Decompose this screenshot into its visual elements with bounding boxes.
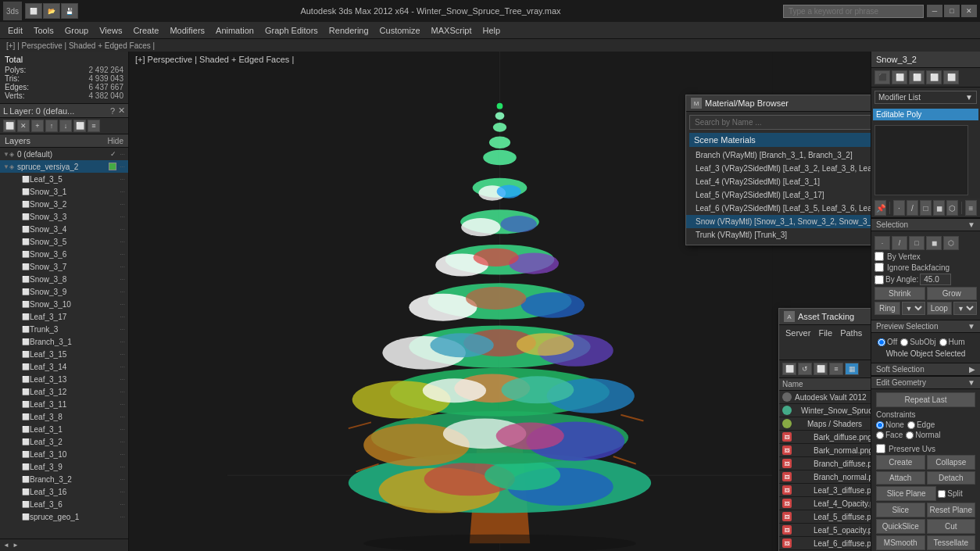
menu-views[interactable]: Views <box>95 24 127 37</box>
preserve-uvs-checkbox[interactable] <box>876 444 885 453</box>
menu-edit[interactable]: Edit <box>3 24 27 37</box>
loop-button[interactable]: Loop <box>927 302 953 315</box>
layer-item-leaf_3_16[interactable]: ▶ ⬜ Leaf_3_16 ··· <box>0 485 128 498</box>
toolbar-open[interactable]: 📂 <box>43 3 60 19</box>
at-menu-paths[interactable]: Paths <box>837 327 865 357</box>
mat-item-snow[interactable]: Snow (VRayMtl) [Snow_3_1, Snow_3_2, Snow… <box>686 215 871 228</box>
close-button[interactable]: ✕ <box>961 5 977 17</box>
at-row-bark-norm[interactable]: 🖼 Bark_normal.png Found <box>779 444 871 457</box>
scroll-left[interactable]: ◄ <box>3 542 9 549</box>
at-menu-file[interactable]: File <box>815 327 835 357</box>
layer-item-leaf_3_17[interactable]: ▶ ⬜ Leaf_3_17 ··· <box>0 310 128 323</box>
layer-item-leaf_3_5[interactable]: ▶ ⬜ Leaf_3_5 ··· <box>0 173 128 185</box>
create-button[interactable]: Create <box>876 455 925 470</box>
layer-item-snow_3_1[interactable]: ▶ ⬜ Snow_3_1 ··· <box>0 185 128 198</box>
editable-poly-item[interactable]: Editable Poly <box>873 109 978 120</box>
rmi-pin[interactable]: 📌 <box>874 200 886 216</box>
menu-maxscript[interactable]: MAXScript <box>427 24 477 37</box>
layer-item-snow_3_2[interactable]: ▶ ⬜ Snow_3_2 ··· <box>0 198 128 210</box>
toolbar-save[interactable]: 💾 <box>61 3 78 19</box>
repeat-last-button[interactable]: Repeat Last <box>876 392 975 407</box>
face-radio[interactable] <box>876 431 884 439</box>
off-radio[interactable] <box>878 338 885 346</box>
ignore-backfacing-checkbox[interactable] <box>874 263 884 272</box>
layer-item-snow_3_4[interactable]: ▶ ⬜ Snow_3_4 ··· <box>0 223 128 235</box>
rti-1[interactable]: ⬛ <box>874 70 890 84</box>
sel-vert-icon[interactable]: · <box>874 236 890 250</box>
at-icon-1[interactable]: ⬜ <box>782 363 796 375</box>
rmi-poly[interactable]: ◼ <box>933 200 945 216</box>
slice-plane-button[interactable]: Slice Plane <box>876 486 936 501</box>
layer-list[interactable]: ▼ ◈ 0 (default) ✓ ··· ▼ ◈ spruce_versiya… <box>0 148 128 538</box>
at-icon-4[interactable]: ≡ <box>829 363 843 375</box>
at-icon-5[interactable]: ▦ <box>845 363 859 375</box>
quickslice-button[interactable]: QuickSlice <box>876 519 925 534</box>
grow-button[interactable]: Grow <box>927 287 978 300</box>
soft-selection-title[interactable]: Soft Selection ▶ <box>871 363 980 376</box>
rmi-edge[interactable]: / <box>907 200 918 216</box>
split-checkbox[interactable] <box>938 490 946 498</box>
by-angle-checkbox[interactable] <box>874 275 884 284</box>
at-icon-3[interactable]: ⬜ <box>814 363 828 375</box>
multi-radio[interactable] <box>939 338 947 346</box>
vp-plus[interactable]: [+] <box>135 55 145 64</box>
loop-select[interactable]: ▼ <box>953 302 977 315</box>
none-radio[interactable] <box>876 421 884 429</box>
layer-item-spruce[interactable]: ▼ ◈ spruce_versiya_2 ··· <box>0 160 128 173</box>
at-row-bark-diff[interactable]: 🖼 Bark_diffuse.png Found <box>779 431 871 444</box>
layer-item-snow_3_9[interactable]: ▶ ⬜ Snow_3_9 ··· <box>0 285 128 298</box>
layer-item-leaf_3_12[interactable]: ▶ ⬜ Leaf_3_12 ··· <box>0 385 128 398</box>
modifier-list-dropdown[interactable]: Modifier List ▼ <box>874 91 977 104</box>
rmi-stack[interactable]: ≡ <box>965 200 977 216</box>
menu-graph-editors[interactable]: Graph Editors <box>260 24 323 37</box>
minimize-button[interactable]: ─ <box>927 5 942 17</box>
layer-item-snow_3_5[interactable]: ▶ ⬜ Snow_3_5 ··· <box>0 235 128 248</box>
layer-item-trunk_3[interactable]: ▶ ⬜ Trunk_3 ··· <box>0 323 128 335</box>
layer-question[interactable]: ? <box>110 106 115 116</box>
at-row-leaf5-op[interactable]: 🖼 Leaf_5_opacity.png Found <box>779 524 871 537</box>
layer-item-leaf_3_14[interactable]: ▶ ⬜ Leaf_3_14 ··· <box>0 360 128 373</box>
right-panel-scroll[interactable]: Selection ▼ · / □ ◼ ⬡ By Vertex Ignore B… <box>871 218 980 551</box>
menu-tools[interactable]: Tools <box>29 24 59 37</box>
menu-rendering[interactable]: Rendering <box>324 24 374 37</box>
layer-item-leaf_3_15[interactable]: ▶ ⬜ Leaf_3_15 ··· <box>0 348 128 360</box>
rmi-vert[interactable]: · <box>893 200 905 216</box>
layer-item-snow_3_8[interactable]: ▶ ⬜ Snow_3_8 ··· <box>0 273 128 285</box>
menu-modifiers[interactable]: Modifiers <box>165 24 209 37</box>
layer-item-leaf_3_11[interactable]: ▶ ⬜ Leaf_3_11 ··· <box>0 398 128 410</box>
layer-item-snow_3_6[interactable]: ▶ ⬜ Snow_3_6 ··· <box>0 248 128 260</box>
preview-selection-title[interactable]: Preview Selection ▼ <box>871 320 980 333</box>
at-row-vault[interactable]: Autodesk Vault 2012 Logged Ci <box>779 391 871 404</box>
layer-tool-6[interactable]: ⬜ <box>73 120 86 132</box>
asset-rows[interactable]: Autodesk Vault 2012 Logged Ci Winter_Sno… <box>779 391 871 551</box>
layer-item-leaf_3_9[interactable]: ▶ ⬜ Leaf_3_9 ··· <box>0 460 128 473</box>
rti-4[interactable]: ⬜ <box>926 70 942 84</box>
at-row-leaf4-op[interactable]: 🖼 Leaf_4_Opacity.png Found <box>779 497 871 510</box>
at-row-leaf3-diff[interactable]: 🖼 Leaf_3_diffuse.png Found <box>779 484 871 497</box>
msmooth-button[interactable]: MSmooth <box>876 535 925 550</box>
at-row-branch-norm[interactable]: 🖼 Branch_normal.png Found <box>779 470 871 484</box>
layer-item-0[interactable]: ▼ ◈ 0 (default) ✓ ··· <box>0 148 128 160</box>
sel-elem-icon[interactable]: ⬡ <box>943 236 959 250</box>
toolbar-new[interactable]: ⬜ <box>25 3 42 19</box>
layer-tool-5[interactable]: ↓ <box>59 120 72 132</box>
slice-button[interactable]: Slice <box>876 503 925 517</box>
rmi-border[interactable]: □ <box>920 200 932 216</box>
shrink-button[interactable]: Shrink <box>874 287 925 300</box>
rti-3[interactable]: ⬜ <box>909 70 925 84</box>
menu-group[interactable]: Group <box>60 24 94 37</box>
layer-item-snow_3_7[interactable]: ▶ ⬜ Snow_3_7 ··· <box>0 260 128 273</box>
menu-customize[interactable]: Customize <box>375 24 425 37</box>
reset-plane-button[interactable]: Reset Plane <box>927 503 976 517</box>
layer-item-leaf_3_13[interactable]: ▶ ⬜ Leaf_3_13 ··· <box>0 373 128 385</box>
sel-poly-icon[interactable]: ◼ <box>926 236 942 250</box>
layer-item-leaf_3_8[interactable]: ▶ ⬜ Leaf_3_8 ··· <box>0 410 128 423</box>
layer-item-leaf_3_1[interactable]: ▶ ⬜ Leaf_3_1 ··· <box>0 423 128 435</box>
hide-button[interactable]: Hide <box>107 137 123 145</box>
at-row-leaf5-diff[interactable]: 🖼 Leaf_5_diffuse.png Found <box>779 510 871 524</box>
layer-tool-3[interactable]: + <box>31 120 44 132</box>
scroll-right[interactable]: ► <box>13 542 19 549</box>
attach-button[interactable]: Attach <box>876 471 925 485</box>
at-row-branch-diff[interactable]: 🖼 Branch_diffuse.png Found <box>779 457 871 470</box>
menu-create[interactable]: Create <box>128 24 163 37</box>
